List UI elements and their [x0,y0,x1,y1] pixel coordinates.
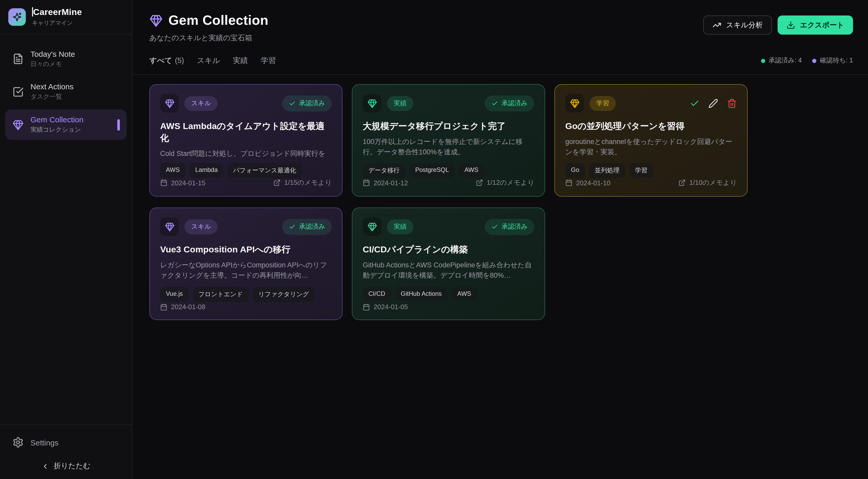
calendar-icon [160,179,167,186]
gem-chip [160,217,179,236]
gem-icon [164,222,175,232]
sidebar-footer: Settings 折りたたむ [0,424,132,479]
filter-tabs: すべて(5) スキル 実績 学習 [149,56,276,66]
tag: AWS [452,287,477,300]
card-title: AWS Lambdaのタイムアウト設定を最適化 [160,120,332,144]
card-date: 2024-01-10 [565,179,611,186]
trending-up-icon [713,21,721,29]
filter-bar: すべて(5) スキル 実績 学習 承認済み: 4 確認待ち: 1 [133,43,868,66]
gem-card[interactable]: 学習 Goの並列処理パターンを習得 goroutineとchannelを使ったデ… [554,84,748,197]
app-logo-icon [8,8,26,26]
card-description: goroutineとchannelを使ったデッドロック回避パターンを学習・実装。 [565,137,737,157]
active-indicator [117,119,120,131]
tag: Go [565,163,585,178]
gem-icon [12,119,24,131]
tab-skill[interactable]: スキル [197,56,220,66]
card-title: 大規模データ移行プロジェクト完了 [363,120,534,132]
sidebar-item-todays-note[interactable]: Today's Note 日々のメモ [0,43,132,75]
calendar-icon [565,179,572,186]
calendar-icon [160,303,167,310]
legend-pending: 確認待ち: 1 [812,56,853,65]
card-description: GitHub ActionsとAWS CodePipelineを組み合わせた自動… [363,260,534,281]
tag: フロントエンド [193,287,249,302]
app-logo: CareerMine キャリアマイン [0,0,132,34]
gem-card[interactable]: 実績 承認済み CI/CDパイプラインの構築 GitHub ActionsとAW… [352,207,545,320]
gem-card[interactable]: スキル 承認済み AWS Lambdaのタイムアウト設定を最適化 Cold St… [149,84,343,197]
legend-approved: 承認済み: 4 [761,56,802,65]
collapse-label: 折りたたむ [54,461,91,471]
sidebar-item-gem-collection[interactable]: Gem Collection 実績コレクション [5,109,127,140]
main-content: Gem Collection あなたのスキルと実績の宝石箱 スキル分析 エクスポ… [133,0,868,479]
app-window: CareerMine キャリアマイン Today's Note 日々のメモ Ne… [0,0,868,479]
approved-dot [761,59,765,63]
category-pill: スキル [184,219,218,234]
external-link-icon [476,179,483,186]
check-icon [288,100,295,107]
status-badge: 承認済み [485,218,534,235]
status-legend: 承認済み: 4 確認待ち: 1 [761,56,853,65]
card-date: 2024-01-15 [160,179,206,186]
sidebar-item-label: Next Actions [30,82,74,91]
source-note-link[interactable]: 1/15のメモより [273,178,332,187]
tag: AWS [459,163,484,178]
tag: 学習 [629,163,653,178]
sidebar: CareerMine キャリアマイン Today's Note 日々のメモ Ne… [0,0,132,479]
card-date: 2024-01-05 [363,303,408,311]
category-pill: スキル [184,96,218,111]
tag: Vue.js [160,287,189,302]
calendar-icon [363,179,370,186]
tag-row: Vue.js フロントエンド リファクタリング [160,287,332,302]
collapse-sidebar-button[interactable]: 折りたたむ [0,454,132,473]
tag-row: AWS Lambda パフォーマンス最適化 [160,163,332,178]
gem-icon [367,98,377,108]
calendar-icon [363,303,370,310]
gem-icon [570,98,580,108]
card-title: Vue3 Composition APIへの移行 [160,244,332,255]
approve-button[interactable] [690,98,700,108]
pending-dot [812,59,816,63]
gem-card-grid: スキル 承認済み AWS Lambdaのタイムアウト設定を最適化 Cold St… [133,75,868,320]
page-subtitle: あなたのスキルと実績の宝石箱 [149,34,269,43]
card-description: 100万件以上のレコードを無停止で新システムに移行。データ整合性100%を達成。 [363,137,534,157]
skill-analysis-button[interactable]: スキル分析 [704,15,772,35]
sidebar-item-sublabel: 実績コレクション [30,126,84,134]
check-icon [288,223,295,230]
gem-chip [363,94,381,112]
gem-card[interactable]: 実績 承認済み 大規模データ移行プロジェクト完了 100万件以上のレコードを無停… [352,84,545,197]
category-pill: 学習 [590,96,616,111]
sidebar-item-settings[interactable]: Settings [0,431,132,454]
export-button[interactable]: エクスポート [778,15,853,35]
category-pill: 実績 [387,96,413,111]
tab-all[interactable]: すべて(5) [149,56,184,66]
tab-learning[interactable]: 学習 [261,56,276,66]
tag: リファクタリング [253,287,315,302]
file-text-icon [12,54,24,65]
tab-count: (5) [175,56,184,65]
gem-card[interactable]: スキル 承認済み Vue3 Composition APIへの移行 レガシーなO… [149,207,343,320]
gem-icon [164,98,175,108]
sidebar-item-next-actions[interactable]: Next Actions タスク一覧 [0,75,132,108]
source-note-link[interactable]: 1/12のメモより [476,178,534,187]
pencil-icon [708,98,718,108]
tag-row: Go 並列処理 学習 [565,163,737,178]
check-icon [690,98,700,108]
card-actions [690,98,737,108]
sidebar-item-sublabel: 日々のメモ [30,60,75,69]
external-link-icon [678,179,686,186]
tab-achievement[interactable]: 実績 [233,56,248,66]
source-note-link[interactable]: 1/10のメモより [678,178,737,187]
check-icon [491,223,498,230]
external-link-icon [273,179,281,186]
tag-row: データ移行 PostgreSQL AWS [363,163,534,178]
category-pill: 実績 [387,219,413,234]
gem-chip [160,94,179,112]
sidebar-item-label: Today's Note [30,49,75,58]
edit-button[interactable] [708,98,718,108]
card-date: 2024-01-08 [160,303,206,311]
sidebar-nav: Today's Note 日々のメモ Next Actions タスク一覧 Ge… [0,34,132,424]
tag: CI/CD [363,287,391,300]
delete-button[interactable] [727,98,737,108]
check-square-icon [12,86,24,97]
gem-chip [565,94,584,112]
card-description: Cold Start問題に対処し、プロビジョンド同時実行を設定。レスポンス時間を… [160,149,332,157]
